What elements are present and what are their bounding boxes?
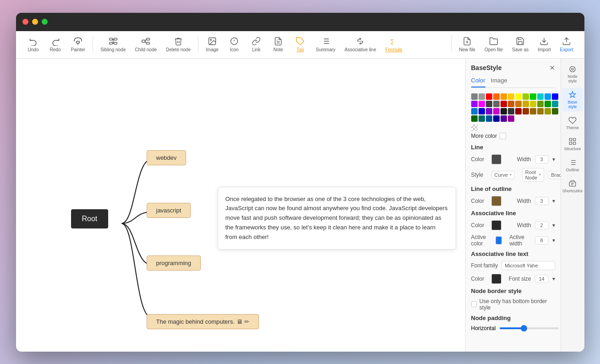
color-swatch[interactable]: [493, 108, 500, 114]
structure-button[interactable]: Structure: [562, 135, 583, 154]
color-swatch[interactable]: [501, 115, 507, 122]
color-swatch[interactable]: [486, 115, 492, 122]
color-swatch[interactable]: [501, 93, 507, 100]
font-size-input[interactable]: 14: [535, 275, 549, 283]
webdev-node[interactable]: webdev: [147, 150, 187, 165]
horizontal-slider[interactable]: [500, 327, 559, 329]
color-swatch[interactable]: [471, 108, 478, 114]
color-swatch[interactable]: [471, 115, 478, 122]
associative-line-button[interactable]: Associative line: [341, 35, 380, 54]
assoc-width-input[interactable]: 2: [535, 221, 549, 229]
summary-button[interactable]: Summary: [312, 35, 339, 54]
outline-color-button[interactable]: [491, 196, 501, 206]
color-swatch[interactable]: [479, 93, 485, 100]
color-swatch[interactable]: [552, 101, 558, 107]
color-swatch[interactable]: [530, 93, 536, 100]
color-swatch[interactable]: [493, 101, 500, 107]
color-swatch[interactable]: [479, 101, 485, 107]
assoc-active-color-button[interactable]: [495, 236, 502, 244]
node-style-button[interactable]: Node style: [562, 62, 583, 86]
open-file-button[interactable]: Open file: [481, 35, 506, 54]
line-color-button[interactable]: [491, 154, 501, 164]
save-as-button[interactable]: Save as: [508, 35, 532, 54]
undo-button[interactable]: Undo: [23, 35, 44, 54]
color-swatch[interactable]: [537, 108, 544, 114]
color-swatch[interactable]: [508, 108, 514, 114]
more-color-checkbox[interactable]: [500, 133, 506, 139]
new-file-button[interactable]: New file: [456, 35, 479, 54]
color-swatch[interactable]: [523, 108, 529, 114]
color-swatch[interactable]: [508, 101, 514, 107]
sibling-node-button[interactable]: Sibling node: [97, 35, 129, 54]
assoc-active-width-input[interactable]: 8: [535, 236, 549, 244]
color-swatch[interactable]: [486, 108, 492, 114]
javascript-node[interactable]: javascript: [147, 203, 191, 218]
outline-width-input[interactable]: 3: [535, 197, 549, 205]
painter-button[interactable]: Painter: [67, 35, 89, 54]
maximize-button[interactable]: [42, 19, 48, 25]
color-swatch[interactable]: [479, 108, 485, 114]
redo-button[interactable]: Redo: [45, 35, 66, 54]
icon-button[interactable]: Icon: [224, 35, 244, 54]
app-body: Undo Redo Painter Sibling node Child nod…: [16, 31, 584, 352]
color-swatch[interactable]: [552, 93, 558, 100]
magic-node[interactable]: The magic behind computers. 🖥 ✏: [147, 314, 259, 329]
link-button[interactable]: Link: [246, 35, 266, 54]
programming-node[interactable]: programming: [147, 255, 201, 271]
color-swatch[interactable]: [530, 101, 536, 107]
color-swatch[interactable]: [515, 108, 522, 114]
color-swatch[interactable]: [545, 101, 551, 107]
color-swatch[interactable]: [486, 93, 492, 100]
color-swatch[interactable]: [501, 101, 507, 107]
color-swatch[interactable]: [471, 93, 478, 100]
child-node-button[interactable]: Child node: [131, 35, 160, 54]
image-button[interactable]: Image: [202, 35, 222, 54]
color-swatch[interactable]: [523, 101, 529, 107]
toolbar: Undo Redo Painter Sibling node Child nod…: [16, 31, 584, 59]
delete-node-button[interactable]: Delete node: [162, 35, 194, 54]
export-button[interactable]: Export: [556, 35, 577, 54]
outline-button[interactable]: Outline: [562, 156, 583, 175]
color-swatch[interactable]: [537, 93, 544, 100]
brace-select[interactable]: Brace ▾: [548, 171, 560, 179]
color-swatch[interactable]: [530, 108, 536, 114]
titlebar: [16, 13, 584, 31]
root-node-select[interactable]: Root Node ▾: [522, 168, 544, 182]
color-swatch[interactable]: [508, 115, 514, 122]
transparent-swatch[interactable]: [471, 125, 478, 131]
assoc-color-button[interactable]: [491, 220, 501, 230]
theme-button[interactable]: Theme: [562, 114, 583, 133]
color-swatch[interactable]: [493, 115, 500, 122]
minimize-button[interactable]: [32, 19, 38, 25]
tab-image[interactable]: Image: [491, 77, 507, 87]
color-swatch[interactable]: [523, 93, 529, 100]
font-family-input[interactable]: Microsoft Yahe: [501, 261, 555, 270]
color-swatch[interactable]: [493, 93, 500, 100]
color-swatch[interactable]: [545, 93, 551, 100]
close-button[interactable]: [22, 19, 28, 25]
color-swatch[interactable]: [552, 108, 558, 114]
formula-button[interactable]: ∑ Formula: [382, 35, 406, 54]
line-style-select[interactable]: Curve ▾: [491, 171, 515, 179]
font-color-button[interactable]: [491, 274, 501, 284]
color-swatch[interactable]: [545, 108, 551, 114]
color-swatch[interactable]: [537, 101, 544, 107]
base-style-button[interactable]: Base style: [562, 88, 583, 112]
tag-button[interactable]: Tag: [290, 35, 310, 54]
close-panel-button[interactable]: ✕: [550, 64, 555, 71]
import-button[interactable]: Import: [534, 35, 554, 54]
border-checkbox[interactable]: [471, 301, 477, 307]
color-swatch[interactable]: [479, 115, 485, 122]
color-swatch[interactable]: [501, 108, 507, 114]
color-swatch[interactable]: [515, 101, 522, 107]
color-swatch[interactable]: [508, 93, 514, 100]
color-swatch[interactable]: [486, 101, 492, 107]
color-swatch[interactable]: [515, 93, 522, 100]
root-node[interactable]: Root: [71, 209, 109, 228]
note-button[interactable]: Note: [268, 35, 288, 54]
canvas-area[interactable]: Root webdev javascript programming The m…: [16, 59, 465, 352]
shortcut-button[interactable]: ShortcutKe: [562, 177, 583, 196]
line-width-input[interactable]: 3: [535, 155, 549, 163]
tab-color[interactable]: Color: [471, 77, 485, 87]
color-swatch[interactable]: [471, 101, 478, 107]
